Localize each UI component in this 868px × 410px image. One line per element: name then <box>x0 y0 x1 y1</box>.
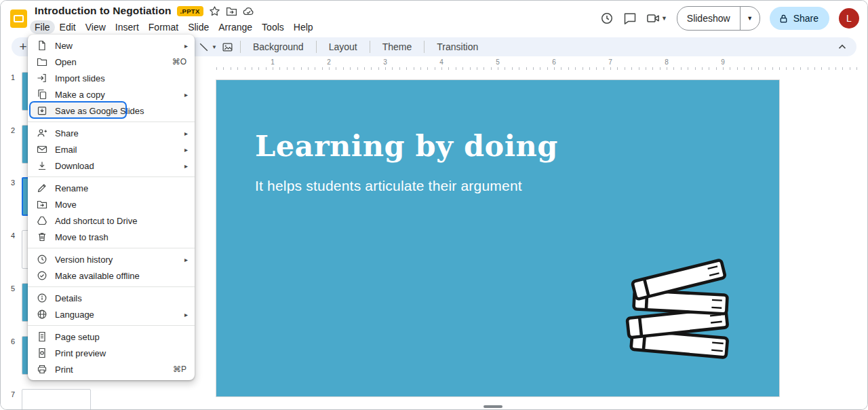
menu-file[interactable]: File <box>30 20 55 34</box>
menu-item-label: Open <box>55 57 172 67</box>
slideshow-options-caret[interactable]: ▼ <box>740 7 760 30</box>
menu-item-language[interactable]: Language ▸ <box>28 306 195 322</box>
menu-item-print-preview[interactable]: Print preview <box>28 345 195 361</box>
menu-item-make-available-offline[interactable]: Make available offline <box>28 267 195 284</box>
menu-item-shortcut: ⌘O <box>172 57 186 67</box>
slide-number: 3 <box>6 179 20 187</box>
menu-arrange[interactable]: Arrange <box>214 20 257 34</box>
line-tool-caret-icon[interactable]: ▼ <box>212 44 217 50</box>
slide-number: 1 <box>6 73 20 81</box>
books-clipart-image[interactable] <box>618 242 743 362</box>
menu-edit[interactable]: Edit <box>55 20 81 34</box>
menu-item-label: Language <box>55 310 184 320</box>
share-button-label: Share <box>793 13 818 24</box>
menu-item-move-to-trash[interactable]: Move to trash <box>28 229 195 245</box>
menu-divider <box>28 325 195 326</box>
header-actions: ▼ Slideshow ▼ Share L <box>600 6 867 31</box>
menu-item-label: Version history <box>55 255 184 265</box>
menu-item-label: Print preview <box>55 348 195 358</box>
version-history-icon[interactable] <box>600 12 614 25</box>
slide-canvas[interactable]: Learning by doing It helps students arti… <box>216 80 779 396</box>
ruler-number: 2 <box>327 58 331 66</box>
ruler-number: 9 <box>721 58 725 66</box>
file-menu: New ▸ Open ⌘O Import slides Make a copy … <box>28 35 195 380</box>
menu-item-share[interactable]: Share ▸ <box>28 125 195 141</box>
menu-format[interactable]: Format <box>144 20 183 34</box>
menu-item-details[interactable]: Details <box>28 290 195 306</box>
menu-view[interactable]: View <box>81 20 111 34</box>
star-icon[interactable] <box>209 5 220 17</box>
menu-item-download[interactable]: Download ▸ <box>28 157 195 174</box>
copy-icon <box>37 89 47 100</box>
slide-number: 4 <box>6 231 20 240</box>
app-header: Introduction to Negotiation .PPTX File E… <box>1 1 867 36</box>
menu-item-label: Make a copy <box>55 90 184 100</box>
submenu-arrow-icon: ▸ <box>184 146 188 153</box>
slides-logo[interactable] <box>9 10 28 28</box>
menu-item-label: Details <box>55 293 195 303</box>
ruler-number: 4 <box>439 58 443 66</box>
horizontal-scrollbar[interactable] <box>484 405 502 408</box>
menu-item-page-setup[interactable]: Page setup <box>28 329 195 345</box>
layout-button[interactable]: Layout <box>321 39 365 54</box>
menu-item-label: Make available offline <box>55 271 195 281</box>
comments-icon[interactable] <box>623 12 637 25</box>
folder-open-icon <box>37 56 47 67</box>
horizontal-ruler[interactable]: 1 2 3 4 5 6 7 8 9 <box>216 58 861 70</box>
share-button[interactable]: Share <box>770 7 829 30</box>
menu-item-label: Import slides <box>55 73 195 83</box>
menu-divider <box>28 248 195 248</box>
menu-insert[interactable]: Insert <box>111 20 144 34</box>
slide-thumbnail-7[interactable] <box>22 389 91 410</box>
menu-item-add-shortcut-to-drive[interactable]: Add shortcut to Drive <box>28 212 195 229</box>
import-icon <box>37 73 47 83</box>
avatar[interactable]: L <box>839 8 859 29</box>
menu-item-open[interactable]: Open ⌘O <box>28 54 195 70</box>
submenu-arrow-icon: ▸ <box>184 91 188 98</box>
slideshow-button-group: Slideshow ▼ <box>677 6 760 31</box>
slide-subtitle-text[interactable]: It helps students articulate their argum… <box>255 178 522 194</box>
menu-item-email[interactable]: Email ▸ <box>28 141 195 157</box>
slide-number: 5 <box>6 284 20 293</box>
slideshow-button[interactable]: Slideshow <box>677 13 740 24</box>
toolbar-divider <box>316 41 317 53</box>
meet-button[interactable]: ▼ <box>646 12 667 25</box>
menu-item-rename[interactable]: Rename <box>28 180 195 196</box>
theme-button[interactable]: Theme <box>375 39 420 54</box>
menu-divider <box>28 122 195 122</box>
cloud-status-icon[interactable] <box>243 5 254 17</box>
trash-icon <box>37 231 47 242</box>
drive-shortcut-icon <box>37 215 47 226</box>
slide-title-text[interactable]: Learning by doing <box>255 129 558 163</box>
google-slides-window: Introduction to Negotiation .PPTX File E… <box>0 0 868 410</box>
menu-item-save-as-google-slides[interactable]: Save as Google Slides <box>28 102 195 119</box>
ruler-number: 5 <box>496 58 500 66</box>
download-icon <box>37 160 47 171</box>
document-title[interactable]: Introduction to Negotiation <box>35 5 172 17</box>
menu-bar: File Edit View Insert Format Slide Arran… <box>30 18 318 36</box>
collapse-toolbar-icon[interactable] <box>836 41 848 53</box>
save-drive-icon <box>37 105 47 116</box>
menu-item-label: Download <box>55 161 184 171</box>
toolbar-divider <box>370 41 370 53</box>
menu-item-new[interactable]: New ▸ <box>28 37 195 54</box>
menu-item-import-slides[interactable]: Import slides <box>28 70 195 86</box>
history-clock-icon <box>37 254 47 265</box>
menu-item-version-history[interactable]: Version history ▸ <box>28 251 195 267</box>
move-folder-icon[interactable] <box>226 5 237 17</box>
menu-slide[interactable]: Slide <box>183 20 214 34</box>
menu-item-print[interactable]: Print ⌘P <box>28 361 195 377</box>
line-tool-icon[interactable] <box>198 41 210 53</box>
menu-item-move[interactable]: Move <box>28 196 195 212</box>
rename-pencil-icon <box>37 183 47 193</box>
menu-tools[interactable]: Tools <box>257 20 289 34</box>
toolbar-divider <box>424 41 425 53</box>
menu-item-label: Save as Google Slides <box>55 106 195 116</box>
slide-number: 2 <box>6 126 20 134</box>
submenu-arrow-icon: ▸ <box>184 130 188 137</box>
background-button[interactable]: Background <box>245 39 311 54</box>
insert-image-icon[interactable] <box>222 41 233 53</box>
menu-item-make-a-copy[interactable]: Make a copy ▸ <box>28 86 195 102</box>
menu-help[interactable]: Help <box>289 20 318 34</box>
transition-button[interactable]: Transition <box>429 39 486 54</box>
